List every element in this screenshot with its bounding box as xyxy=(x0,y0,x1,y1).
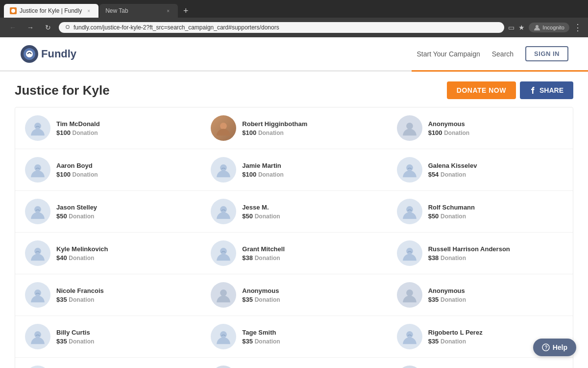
refresh-button[interactable]: ↻ xyxy=(41,21,55,34)
tab-active[interactable]: Justice for Kyle | Fundly × xyxy=(4,4,98,18)
donor-amount: $38 Donation xyxy=(242,254,377,262)
help-button[interactable]: ? Help xyxy=(533,339,576,356)
donor-item: Jesse M. $50 Donation xyxy=(201,191,387,233)
donor-amount-value: $50 xyxy=(56,212,67,220)
logo[interactable]: Fundly xyxy=(20,44,76,64)
donor-item: Billy Curtis $35 Donation xyxy=(15,316,201,358)
donor-info: Russell Harrison Anderson $38 Donation xyxy=(428,245,563,262)
donor-amount-value: $100 xyxy=(242,129,256,136)
donor-info: Tage Smith $35 Donation xyxy=(242,329,377,345)
tab-label-newtab: New Tab xyxy=(105,7,128,14)
svg-text:?: ? xyxy=(544,345,547,350)
donor-amount: $35 Donation xyxy=(242,296,377,303)
cast-icon[interactable]: ▭ xyxy=(508,24,514,31)
donor-info: Tim McDonald $100 Donation xyxy=(56,120,191,136)
more-options-icon[interactable]: ⋮ xyxy=(573,22,582,33)
donor-name: Jesse M. xyxy=(242,204,377,211)
anonymous-avatar-icon xyxy=(401,286,418,304)
donor-item: Nicole Francois $35 Donation xyxy=(15,274,201,316)
share-button[interactable]: SHARE xyxy=(520,81,573,99)
donor-amount-value: $100 xyxy=(428,129,442,136)
donor-avatar xyxy=(397,115,422,141)
donor-amount: $35 Donation xyxy=(56,296,191,303)
donor-amount: $100 Donation xyxy=(56,171,191,178)
default-avatar-icon xyxy=(401,328,418,345)
donor-item: Kyle Melinkovich $40 Donation xyxy=(15,233,201,274)
donor-avatar xyxy=(211,240,236,266)
donor-name: Aaron Boyd xyxy=(56,162,191,169)
donor-amount: $100 Donation xyxy=(242,171,377,178)
donor-label: Donation xyxy=(255,213,280,220)
start-campaign-link[interactable]: Start Your Campaign xyxy=(417,50,480,58)
donor-label: Donation xyxy=(441,296,466,303)
search-link[interactable]: Search xyxy=(492,50,514,58)
bookmark-icon[interactable]: ★ xyxy=(518,24,525,31)
donor-label: Donation xyxy=(73,171,98,178)
donor-item: Tage Smith $35 Donation xyxy=(201,316,387,358)
donor-info: Galena Kisselev $54 Donation xyxy=(428,162,563,178)
donor-avatar xyxy=(25,157,50,183)
anonymous-avatar-icon xyxy=(215,286,232,304)
donor-label: Donation xyxy=(255,255,280,262)
default-avatar-icon xyxy=(29,203,47,220)
url-bar[interactable]: fundly.com/justice-for-kyle-2?ft_src=sea… xyxy=(59,22,504,33)
tab-new-tab[interactable]: New Tab × xyxy=(99,4,178,18)
donate-now-button[interactable]: DONATE NOW xyxy=(447,81,516,99)
donor-name: Anonymous xyxy=(242,287,377,294)
donor-item: Galena Kisselev $54 Donation xyxy=(387,149,573,191)
donor-amount: $38 Donation xyxy=(428,254,563,262)
donor-amount: $35 Donation xyxy=(56,338,191,345)
donor-label: Donation xyxy=(69,338,94,345)
donor-info: Jamie Martin $100 Donation xyxy=(242,162,377,178)
sign-in-button[interactable]: SIGN IN xyxy=(525,46,568,61)
donor-amount-value: $38 xyxy=(428,254,439,262)
donor-name: Tim McDonald xyxy=(56,120,191,128)
donor-amount: $100 Donation xyxy=(242,129,377,136)
donor-amount-value: $54 xyxy=(428,171,439,178)
new-tab-button[interactable]: + xyxy=(179,4,193,18)
default-avatar-icon xyxy=(29,161,47,179)
logo-text: Fundly xyxy=(41,48,76,60)
tab-close-newtab[interactable]: × xyxy=(164,7,172,15)
browser-actions: ▭ ★ Incognito ⋮ xyxy=(508,22,582,33)
donors-grid: Tim McDonald $100 Donation Robert Higgin… xyxy=(15,107,573,368)
donor-item: Anonymous $25 Donation xyxy=(387,358,573,368)
donor-avatar xyxy=(211,282,236,308)
donor-label: Donation xyxy=(441,255,466,262)
donor-name: Tage Smith xyxy=(242,329,377,336)
donor-label: Donation xyxy=(441,338,466,345)
donor-info: Billy Curtis $35 Donation xyxy=(56,329,191,345)
donor-item: Russell Harrison Anderson $38 Donation xyxy=(387,233,573,274)
back-button[interactable]: ← xyxy=(6,21,20,34)
default-avatar-icon xyxy=(29,244,47,262)
facebook-icon xyxy=(530,87,537,94)
default-avatar-icon xyxy=(401,203,418,220)
donor-amount-value: $40 xyxy=(56,254,67,262)
svg-point-30 xyxy=(406,289,413,296)
svg-point-0 xyxy=(11,9,15,13)
donor-amount: $35 Donation xyxy=(428,296,563,303)
incognito-label: Incognito xyxy=(542,25,564,30)
donor-name: Galena Kisselev xyxy=(428,162,563,169)
campaign-section: Justice for Kyle DONATE NOW SHARE Tim xyxy=(0,72,588,368)
donor-info: Nicole Francois $35 Donation xyxy=(56,287,191,303)
donor-avatar xyxy=(397,366,422,368)
donor-name: Anonymous xyxy=(428,120,563,128)
donor-item: Samuel James Cedeno $30 Donation xyxy=(15,358,201,368)
donor-name: Robert Higginbotham xyxy=(242,120,377,128)
svg-point-29 xyxy=(220,289,227,296)
nav-links: Start Your Campaign Search SIGN IN xyxy=(417,46,568,61)
donor-name: Billy Curtis xyxy=(56,329,191,336)
help-icon: ? xyxy=(542,343,550,351)
svg-point-4 xyxy=(26,51,33,57)
svg-point-7 xyxy=(220,123,227,130)
tab-close-active[interactable]: × xyxy=(85,7,93,15)
donor-label: Donation xyxy=(69,255,94,262)
donors-container: Tim McDonald $100 Donation Robert Higgin… xyxy=(15,107,573,368)
person-photo-icon xyxy=(215,119,232,137)
donor-amount-value: $35 xyxy=(56,338,67,345)
forward-button[interactable]: → xyxy=(24,21,37,34)
address-bar: ← → ↻ fundly.com/justice-for-kyle-2?ft_s… xyxy=(0,18,588,37)
help-label: Help xyxy=(553,343,567,351)
donor-item: Robert Higginbotham $100 Donation xyxy=(201,107,387,149)
